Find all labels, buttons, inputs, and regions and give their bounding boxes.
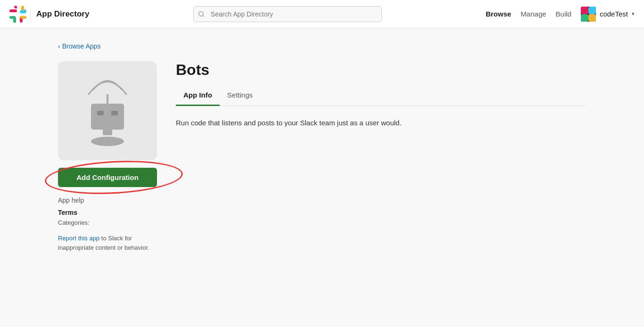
app-main: Bots App Info Settings Run code that lis… (176, 61, 586, 129)
breadcrumb: ‹ Browse Apps (58, 42, 586, 50)
search-icon (198, 11, 205, 17)
header-nav: Browse Manage Build (486, 10, 571, 18)
tab-app-info[interactable]: App Info (176, 86, 220, 106)
slack-logo: App Directory (9, 6, 89, 23)
app-icon-box (58, 61, 157, 160)
app-directory-title: App Directory (30, 9, 89, 19)
svg-rect-11 (103, 130, 112, 135)
svg-rect-5 (581, 14, 588, 22)
nav-build[interactable]: Build (556, 10, 571, 18)
svg-point-12 (91, 137, 124, 146)
user-name: codeTest (600, 10, 628, 18)
header: App Directory Browse Manage Build codeTe… (0, 0, 644, 28)
user-menu[interactable]: codeTest ▾ (581, 7, 635, 22)
main-content: ‹ Browse Apps (39, 28, 605, 266)
svg-rect-10 (111, 111, 118, 115)
report-app-link[interactable]: Report this app (58, 235, 99, 242)
categories-label: Categories: (58, 219, 157, 226)
nav-browse[interactable]: Browse (486, 10, 511, 18)
app-description: Run code that listens and posts to your … (176, 117, 586, 129)
add-config-wrapper: Add Configuration (58, 168, 157, 187)
add-configuration-button[interactable]: Add Configuration (58, 168, 157, 187)
nav-manage[interactable]: Manage (520, 10, 546, 18)
browse-apps-link[interactable]: ‹ Browse Apps (58, 42, 586, 50)
app-layout: Add Configuration App help Terms Categor… (58, 61, 586, 252)
avatar (581, 7, 596, 22)
chevron-down-icon: ▾ (632, 11, 635, 17)
tabs: App Info Settings (176, 86, 586, 106)
app-name: Bots (176, 61, 586, 79)
tab-settings[interactable]: Settings (220, 86, 260, 106)
svg-rect-3 (581, 7, 588, 14)
search-input[interactable] (193, 6, 382, 22)
svg-rect-8 (91, 104, 124, 130)
svg-rect-9 (97, 111, 104, 115)
svg-point-0 (199, 11, 203, 16)
search-bar-container (193, 6, 382, 22)
svg-line-1 (203, 15, 204, 16)
browse-apps-label: Browse Apps (62, 42, 101, 50)
app-help-link[interactable]: App help (58, 196, 157, 204)
report-section: Report this app to Slack for inappropria… (58, 234, 157, 252)
terms-title: Terms (58, 209, 157, 216)
svg-rect-4 (588, 7, 596, 14)
app-help-section: App help Terms Categories: Report this a… (58, 196, 157, 252)
header-left: App Directory (9, 6, 89, 23)
app-sidebar: Add Configuration App help Terms Categor… (58, 61, 157, 252)
svg-rect-6 (588, 14, 596, 22)
chevron-left-icon: ‹ (58, 42, 60, 50)
bot-illustration (70, 68, 145, 153)
slack-logo-icon (9, 6, 26, 23)
